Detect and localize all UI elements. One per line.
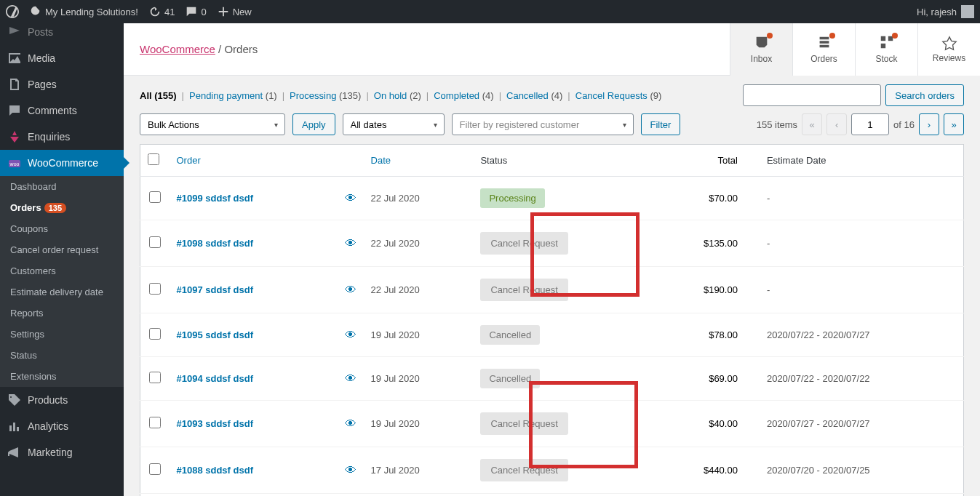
table-row[interactable]: #1094 sddsf dsdf 👁 19 Jul 2020 Cancelled… xyxy=(140,357,964,401)
order-date: 19 Jul 2020 xyxy=(364,401,474,447)
order-link[interactable]: #1097 sddsf dsdf xyxy=(177,284,254,295)
eye-icon[interactable]: 👁 xyxy=(345,329,356,341)
apply-button[interactable]: Apply xyxy=(292,113,335,135)
eye-icon[interactable]: 👁 xyxy=(345,237,356,249)
breadcrumb-root[interactable]: WooCommerce xyxy=(140,43,215,55)
tab-orders[interactable]: Orders xyxy=(792,23,855,76)
eye-icon[interactable]: 👁 xyxy=(345,372,356,385)
menu-marketing-label: Marketing xyxy=(28,447,72,458)
order-link[interactable]: #1093 sddsf dsdf xyxy=(177,418,254,429)
comments-link[interactable]: 0 xyxy=(185,5,206,18)
order-link[interactable]: #1098 sddsf dsdf xyxy=(177,238,254,249)
select-all-checkbox[interactable] xyxy=(148,153,159,165)
search-orders-button[interactable]: Search orders xyxy=(885,84,964,106)
menu-pages[interactable]: Pages xyxy=(0,71,124,97)
col-total[interactable]: Total xyxy=(650,145,759,177)
table-row[interactable]: #1088 sddsf dsdf 👁 17 Jul 2020 Cancel Re… xyxy=(140,447,964,494)
submenu-extensions[interactable]: Extensions xyxy=(0,366,124,387)
row-checkbox[interactable] xyxy=(149,417,161,428)
status-pill: Cancel Request xyxy=(480,279,568,301)
submenu-cancel-order-request[interactable]: Cancel order request xyxy=(0,239,124,260)
menu-products[interactable]: Products xyxy=(0,387,124,413)
bulk-actions-select[interactable]: Bulk Actions xyxy=(140,113,285,135)
submenu-settings[interactable]: Settings xyxy=(0,324,124,345)
orders-table: Order Date Status Total Estimate Date #1… xyxy=(140,144,964,496)
order-date: 8 Jul 2020 xyxy=(364,494,474,497)
user-menu[interactable]: Hi, rajesh xyxy=(917,5,974,18)
comments-count: 0 xyxy=(201,7,206,17)
tab-inbox[interactable]: Inbox xyxy=(730,23,792,76)
eye-icon[interactable]: 👁 xyxy=(345,417,356,430)
svg-rect-2 xyxy=(880,36,885,41)
menu-analytics[interactable]: Analytics xyxy=(0,413,124,439)
col-estimate: Estimate Date xyxy=(760,145,964,177)
col-order[interactable]: Order xyxy=(170,145,327,177)
site-name: My Lending Solutions! xyxy=(45,7,138,17)
menu-products-label: Products xyxy=(28,394,68,406)
row-checkbox[interactable] xyxy=(149,463,161,475)
site-link[interactable]: My Lending Solutions! xyxy=(29,5,138,18)
submenu-orders[interactable]: Orders 135 xyxy=(0,197,124,218)
filter-completed[interactable]: Completed (4) xyxy=(434,90,493,101)
table-row[interactable]: #1093 sddsf dsdf 👁 19 Jul 2020 Cancel Re… xyxy=(140,401,964,447)
tab-orders-label: Orders xyxy=(810,54,837,64)
submenu-reports[interactable]: Reports xyxy=(0,303,124,324)
eye-icon[interactable]: 👁 xyxy=(345,284,356,296)
page-first[interactable]: « xyxy=(802,113,822,135)
eye-icon[interactable]: 👁 xyxy=(345,192,356,204)
new-link[interactable]: New xyxy=(217,5,252,18)
filter-cancel-requests[interactable]: Cancel Requests (9) xyxy=(575,90,662,101)
table-row[interactable]: #1098 sddsf dsdf 👁 22 Jul 2020 Cancel Re… xyxy=(140,220,964,267)
submenu-coupons[interactable]: Coupons xyxy=(0,218,124,239)
table-row[interactable]: #1085 sddsf dsdf 👁 8 Jul 2020 Cancel Req… xyxy=(140,494,964,497)
order-link[interactable]: #1095 sddsf dsdf xyxy=(177,329,254,340)
menu-woocommerce[interactable]: woo WooCommerce xyxy=(0,150,124,176)
order-total: $70.00 xyxy=(650,177,759,220)
table-row[interactable]: #1099 sddsf dsdf 👁 22 Jul 2020 Processin… xyxy=(140,177,964,220)
row-checkbox[interactable] xyxy=(149,191,161,203)
items-count: 155 items xyxy=(757,119,797,130)
order-link[interactable]: #1088 sddsf dsdf xyxy=(177,465,254,476)
submenu-status[interactable]: Status xyxy=(0,345,124,366)
status-pill: Cancel Request xyxy=(480,412,568,435)
user-greeting: Hi, rajesh xyxy=(917,7,957,17)
wp-logo[interactable] xyxy=(6,5,19,18)
tab-reviews[interactable]: Reviews xyxy=(917,23,980,76)
page-prev[interactable]: ‹ xyxy=(826,113,847,135)
updates-link[interactable]: 41 xyxy=(148,5,175,18)
col-date[interactable]: Date xyxy=(364,145,474,177)
page-next[interactable]: › xyxy=(919,113,939,135)
menu-posts[interactable]: Posts xyxy=(0,19,124,45)
menu-media[interactable]: Media xyxy=(0,45,124,71)
dates-select[interactable]: All dates xyxy=(343,113,445,135)
filter-all[interactable]: All (155) xyxy=(140,90,177,101)
page-last[interactable]: » xyxy=(944,113,964,135)
order-link[interactable]: #1094 sddsf dsdf xyxy=(177,373,254,384)
filter-onhold[interactable]: On hold (2) xyxy=(374,90,421,101)
order-total: $135.00 xyxy=(650,220,759,267)
order-link[interactable]: #1099 sddsf dsdf xyxy=(177,193,254,204)
row-checkbox[interactable] xyxy=(149,236,161,248)
row-checkbox[interactable] xyxy=(149,328,161,340)
page-input[interactable] xyxy=(851,113,889,135)
filter-button[interactable]: Filter xyxy=(641,113,681,135)
menu-enquiries[interactable]: Enquiries xyxy=(0,124,124,150)
filter-cancelled[interactable]: Cancelled (4) xyxy=(506,90,562,101)
row-checkbox[interactable] xyxy=(149,283,161,295)
order-estimate: 2020/07/22 - 2020/07/27 xyxy=(760,313,964,357)
menu-marketing[interactable]: Marketing xyxy=(0,439,124,465)
menu-comments[interactable]: Comments xyxy=(0,97,124,124)
table-row[interactable]: #1095 sddsf dsdf 👁 19 Jul 2020 Cancelled… xyxy=(140,313,964,357)
tab-stock[interactable]: Stock xyxy=(855,23,917,76)
status-pill: Cancel Request xyxy=(480,232,568,255)
eye-icon[interactable]: 👁 xyxy=(345,464,356,476)
customer-filter-select[interactable]: Filter by registered customer xyxy=(452,113,634,135)
filter-processing[interactable]: Processing (135) xyxy=(290,90,361,101)
row-checkbox[interactable] xyxy=(149,372,161,383)
search-input[interactable] xyxy=(743,84,881,106)
submenu-estimate-delivery[interactable]: Estimate delivery date xyxy=(0,281,124,303)
table-row[interactable]: #1097 sddsf dsdf 👁 22 Jul 2020 Cancel Re… xyxy=(140,267,964,313)
submenu-dashboard[interactable]: Dashboard xyxy=(0,176,124,197)
filter-pending[interactable]: Pending payment (1) xyxy=(189,90,277,101)
submenu-customers[interactable]: Customers xyxy=(0,260,124,281)
